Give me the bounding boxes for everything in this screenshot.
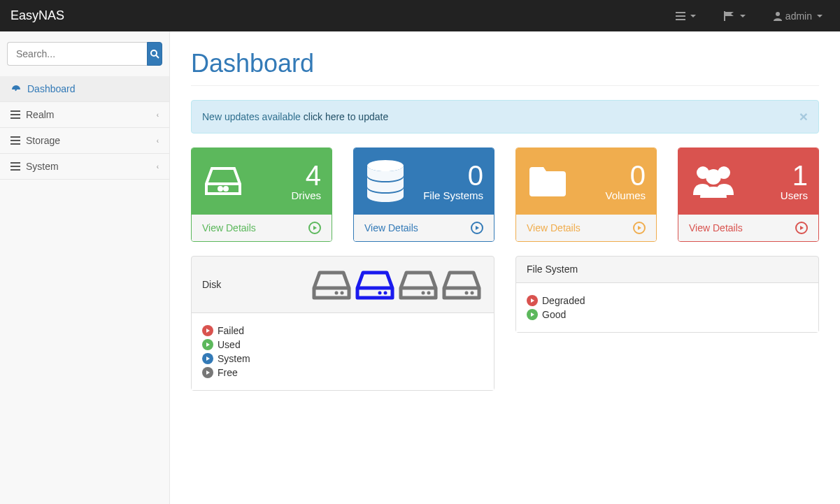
- caret-down-icon: [817, 15, 823, 17]
- arrow-right-icon: [471, 222, 483, 234]
- alert-close-button[interactable]: ×: [799, 109, 808, 124]
- legend-label: Good: [542, 309, 566, 320]
- svg-rect-12: [10, 140, 20, 141]
- svg-rect-13: [10, 143, 20, 145]
- stat-value: 1: [781, 161, 808, 189]
- nav-menu-toggle[interactable]: [669, 4, 703, 28]
- svg-point-34: [465, 291, 469, 295]
- arrow-circle-icon: [202, 353, 213, 364]
- arrow-circle-icon: [202, 339, 213, 350]
- search-input[interactable]: [7, 42, 147, 66]
- stat-value: 0: [423, 161, 483, 189]
- stat-panel-filesystems: 0 File Systems View Details: [353, 147, 494, 242]
- sidebar-item-label: Dashboard: [27, 83, 76, 94]
- search-icon: [150, 49, 159, 59]
- search-button[interactable]: [147, 42, 162, 66]
- sidebar-item-label: System: [26, 161, 59, 172]
- brand-link[interactable]: EasyNAS: [10, 1, 64, 30]
- stat-label: Volumes: [605, 189, 646, 201]
- sidebar: Dashboard Realm ‹ Storage ‹ System ‹: [0, 31, 170, 504]
- disk-card-title: Disk: [202, 279, 221, 290]
- legend-label: System: [218, 353, 250, 364]
- stat-panel-drives: 4 Drives View Details: [191, 147, 332, 242]
- svg-point-19: [225, 187, 227, 190]
- database-icon: [364, 159, 406, 204]
- svg-rect-3: [724, 11, 725, 21]
- caret-down-icon: [740, 15, 746, 17]
- stat-value: 4: [291, 161, 321, 189]
- view-details-drives[interactable]: View Details: [192, 215, 332, 241]
- view-details-users[interactable]: View Details: [678, 215, 818, 241]
- svg-rect-16: [10, 169, 20, 171]
- folder-icon: [527, 163, 569, 200]
- alert-link[interactable]: click here to update: [304, 111, 388, 122]
- legend-used: Used: [202, 338, 483, 352]
- svg-rect-10: [10, 117, 20, 119]
- list-icon: [10, 110, 20, 119]
- stat-label: Users: [781, 189, 808, 201]
- view-details-label: View Details: [689, 222, 743, 233]
- stat-panel-users: 1 Users View Details: [678, 147, 819, 242]
- view-details-filesystems[interactable]: View Details: [354, 215, 494, 241]
- svg-rect-1: [676, 15, 685, 17]
- arrow-right-icon: [308, 222, 321, 234]
- view-details-volumes[interactable]: View Details: [516, 215, 656, 241]
- svg-rect-2: [676, 19, 685, 20]
- nav-user-menu[interactable]: admin: [767, 3, 830, 29]
- stat-label: Drives: [291, 189, 321, 201]
- svg-point-5: [151, 50, 157, 56]
- sidebar-item-realm[interactable]: Realm ‹: [0, 102, 169, 128]
- disk-icon-free: [310, 267, 353, 302]
- stat-label: File Systems: [423, 189, 483, 201]
- flag-icon: [724, 11, 735, 21]
- disk-icon-free: [397, 267, 440, 302]
- svg-rect-0: [676, 12, 685, 13]
- users-icon: [689, 161, 738, 202]
- disk-icon-free: [440, 267, 483, 302]
- hdd-icon: [202, 163, 244, 200]
- sidebar-item-storage[interactable]: Storage ‹: [0, 128, 169, 154]
- arrow-right-icon: [795, 222, 808, 234]
- list-icon: [10, 136, 20, 145]
- chevron-left-icon: ‹: [157, 111, 159, 119]
- svg-point-20: [367, 160, 404, 171]
- svg-point-29: [384, 291, 387, 295]
- svg-point-4: [776, 12, 780, 16]
- svg-point-32: [427, 291, 431, 295]
- svg-rect-11: [10, 136, 20, 138]
- svg-point-26: [341, 291, 344, 295]
- legend-label: Free: [218, 367, 238, 378]
- svg-rect-14: [10, 162, 20, 164]
- caret-down-icon: [690, 15, 696, 17]
- sidebar-item-dashboard[interactable]: Dashboard: [0, 76, 169, 102]
- arrow-circle-icon: [527, 309, 538, 320]
- svg-rect-15: [10, 166, 20, 167]
- sidebar-item-label: Storage: [26, 135, 60, 146]
- legend-good: Good: [527, 308, 808, 322]
- filesystem-status-card: File System Degraded Good: [515, 256, 819, 333]
- legend-free: Free: [202, 366, 483, 380]
- nav-notifications[interactable]: [717, 4, 753, 28]
- svg-point-23: [706, 169, 721, 185]
- legend-label: Failed: [218, 325, 244, 336]
- main-content: Dashboard New updates available click he…: [170, 31, 840, 504]
- sidebar-item-label: Realm: [26, 109, 54, 120]
- arrow-right-icon: [633, 222, 646, 234]
- legend-failed: Failed: [202, 324, 483, 338]
- sidebar-item-system[interactable]: System ‹: [0, 154, 169, 180]
- arrow-circle-icon: [202, 367, 213, 378]
- view-details-label: View Details: [202, 222, 256, 233]
- legend-label: Degraded: [542, 295, 585, 306]
- page-title: Dashboard: [191, 49, 819, 86]
- svg-point-28: [378, 291, 382, 295]
- legend-degraded: Degraded: [527, 294, 808, 308]
- svg-point-31: [422, 291, 425, 295]
- legend-system: System: [202, 352, 483, 366]
- disk-status-card: Disk Failed Used System Free: [191, 256, 494, 391]
- list-icon: [10, 162, 20, 171]
- view-details-label: View Details: [527, 222, 581, 233]
- view-details-label: View Details: [364, 222, 418, 233]
- chevron-left-icon: ‹: [157, 137, 159, 145]
- stat-panel-volumes: 0 Volumes View Details: [515, 147, 657, 242]
- svg-rect-8: [10, 110, 20, 112]
